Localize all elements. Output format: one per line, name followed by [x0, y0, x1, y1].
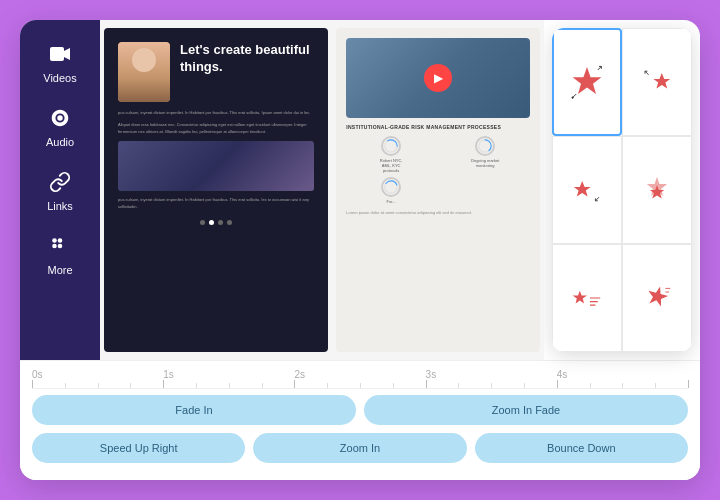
sidebar-item-videos[interactable]: Videos	[28, 32, 92, 90]
timeline-label-0s: 0s	[32, 369, 43, 380]
fade-in-button[interactable]: Fade In	[32, 395, 356, 425]
more-icon	[46, 232, 74, 260]
doc-body-text-3: pus culsum, inyerat dictum imperdiet. In…	[118, 197, 314, 210]
svg-line-17	[573, 94, 577, 98]
risk-label-2: Ongoing marketmonitoring	[471, 158, 499, 168]
svg-rect-0	[50, 47, 64, 61]
dot-3	[218, 220, 223, 225]
animation-buttons: Fade In Zoom In Fade Speed Up Right Zoom…	[32, 395, 688, 463]
risk-circle-2	[475, 136, 495, 156]
meeting-bg: ▶	[346, 38, 530, 118]
bottom-section: 0s 1s 2s 3s 4s	[20, 360, 700, 480]
doc-left-inner: Let's create beautiful things. pus culsu…	[104, 28, 328, 352]
star-wiggle-icon	[639, 280, 675, 316]
risk-item-3: For...	[346, 177, 436, 204]
btn-row-2: Speed Up Right Zoom In Bounce Down	[32, 433, 688, 463]
zoom-in-fade-button[interactable]: Zoom In Fade	[364, 395, 688, 425]
risk-circle-1	[381, 136, 401, 156]
sidebar-item-more[interactable]: More	[28, 224, 92, 282]
bounce-down-button[interactable]: Bounce Down	[475, 433, 688, 463]
play-button[interactable]: ▶	[424, 64, 452, 92]
timeline-label-1s: 1s	[163, 369, 174, 380]
right-section-title: INSTITUTIONAL-GRADE RISK MANAGEMENT PROC…	[346, 124, 530, 130]
star-shrink-right-icon	[639, 64, 675, 100]
doc-headline: Let's create beautiful things.	[180, 42, 314, 102]
star-bounce-icon	[639, 172, 675, 208]
sidebar-videos-label: Videos	[43, 72, 76, 84]
svg-line-25	[595, 197, 599, 201]
svg-point-3	[52, 238, 57, 243]
audio-icon	[46, 104, 74, 132]
svg-marker-30	[573, 291, 587, 304]
star-cell-bounce[interactable]	[622, 136, 692, 244]
svg-line-21	[645, 71, 649, 75]
right-top-image: ▶	[346, 38, 530, 118]
portrait-face	[118, 42, 170, 102]
content-area: Let's create beautiful things. pus culsu…	[100, 20, 700, 360]
sidebar-more-label: More	[47, 264, 72, 276]
svg-marker-20	[653, 73, 670, 89]
star-small-left-icon	[569, 280, 605, 316]
risk-item-1: Robert NYC,AML, KYCprotocols	[346, 136, 436, 173]
document-preview: Let's create beautiful things. pus culsu…	[100, 20, 544, 360]
doc-body-text-2: Aliquet diam cras habitasse nec. Consect…	[118, 122, 314, 135]
doc-portrait	[118, 42, 170, 102]
star-cell-shrink-left[interactable]	[552, 136, 622, 244]
star-cell-wiggle[interactable]	[622, 244, 692, 352]
star-shrink-left-icon	[569, 172, 605, 208]
sidebar-item-links[interactable]: Links	[28, 160, 92, 218]
timeline-ruler: 0s 1s 2s 3s 4s	[32, 361, 688, 389]
btn-row-1: Fade In Zoom In Fade	[32, 395, 688, 425]
sidebar-links-label: Links	[47, 200, 73, 212]
right-body-text: Lorem ipsum dolor sit amet consectetur a…	[346, 210, 530, 216]
zoom-in-button[interactable]: Zoom In	[253, 433, 466, 463]
doc-right-inner: ▶ INSTITUTIONAL-GRADE RISK MANAGEMENT PR…	[336, 28, 540, 352]
dot-4	[227, 220, 232, 225]
sidebar-audio-label: Audio	[46, 136, 74, 148]
star-cell-shrink-right[interactable]	[622, 28, 692, 136]
star-cell-small-left[interactable]	[552, 244, 622, 352]
main-container: Videos Audio Links	[20, 20, 700, 480]
star-expand-icon	[569, 64, 605, 100]
svg-point-5	[52, 244, 57, 249]
star-panel	[552, 28, 692, 352]
sidebar-item-audio[interactable]: Audio	[28, 96, 92, 154]
videos-icon	[46, 40, 74, 68]
svg-point-2	[59, 117, 62, 120]
top-section: Videos Audio Links	[20, 20, 700, 360]
risk-label-3: For...	[387, 199, 396, 204]
svg-point-6	[58, 244, 63, 249]
svg-point-4	[58, 238, 63, 243]
timeline-label-2s: 2s	[294, 369, 305, 380]
svg-marker-24	[574, 181, 591, 197]
svg-marker-34	[645, 284, 670, 308]
svg-line-14	[598, 66, 602, 70]
svg-marker-1	[64, 48, 70, 60]
links-icon	[46, 168, 74, 196]
dot-1	[200, 220, 205, 225]
doc-hero: Let's create beautiful things.	[118, 42, 314, 102]
star-cell-expand[interactable]	[552, 28, 622, 136]
risk-circle-3	[381, 177, 401, 197]
timeline-label-4s: 4s	[557, 369, 568, 380]
risk-item-2: Ongoing marketmonitoring	[440, 136, 530, 173]
doc-pagination	[118, 220, 314, 225]
dot-2	[209, 220, 214, 225]
sidebar: Videos Audio Links	[20, 20, 100, 360]
doc-page-left: Let's create beautiful things. pus culsu…	[104, 28, 328, 352]
doc-body-text-1: pus culsum, inyerat dictum imperdiet. In…	[118, 110, 314, 116]
face-circle	[132, 48, 156, 72]
risk-label-1: Robert NYC,AML, KYCprotocols	[380, 158, 403, 173]
speed-up-right-button[interactable]: Speed Up Right	[32, 433, 245, 463]
svg-marker-13	[573, 67, 602, 94]
timeline-label-3s: 3s	[426, 369, 437, 380]
doc-page-right: ▶ INSTITUTIONAL-GRADE RISK MANAGEMENT PR…	[336, 28, 540, 352]
hands-bg	[118, 141, 314, 191]
doc-hands-image	[118, 141, 314, 191]
risk-grid: Robert NYC,AML, KYCprotocols Ongoing mar	[346, 136, 530, 204]
